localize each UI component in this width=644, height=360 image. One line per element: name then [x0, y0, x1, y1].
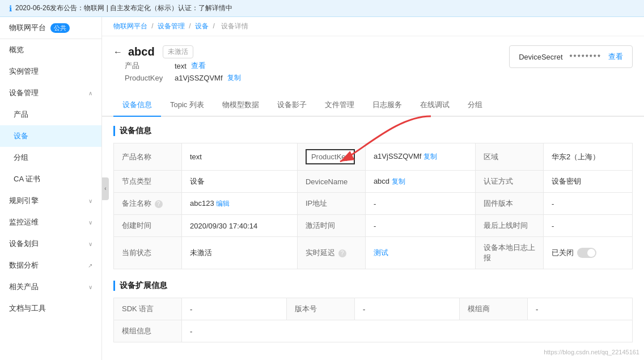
- table-row: 当前状态 未激活 实时延迟 ? 测试 设备本地日志上报 已关闭: [114, 237, 633, 269]
- table-row: 节点类型 设备 DeviceName abcd 复制 认证方式 设备密钥: [114, 171, 633, 193]
- sidebar-item-label: 规则引擎: [9, 196, 39, 206]
- breadcrumb-sep: /: [213, 22, 217, 30]
- tab-thing-model[interactable]: 物模型数据: [213, 94, 268, 117]
- tab-device-shadow[interactable]: 设备影子: [268, 94, 316, 117]
- sidebar-item-label: 设备管理: [9, 88, 39, 98]
- cell-activate-time-value: -: [365, 215, 475, 237]
- cell-product-name-value: text: [182, 143, 298, 171]
- cell-auth-value: 设备密钥: [543, 171, 632, 193]
- page-title-row: ← abcd 未激活: [113, 45, 252, 58]
- cell-region-label: 区域: [475, 143, 543, 171]
- cell-status-label: 当前状态: [114, 237, 182, 269]
- tab-topic-list[interactable]: Topic 列表: [161, 94, 213, 117]
- sidebar-item-label: 数据分析: [9, 260, 39, 270]
- external-link-icon: ↗: [88, 262, 92, 269]
- tab-online-debug[interactable]: 在线调试: [411, 94, 459, 117]
- table-row: 备注名称 ? abc123 编辑 IP地址 - 固件版本 -: [114, 193, 633, 215]
- breadcrumb-device-mgmt[interactable]: 设备管理: [158, 22, 185, 30]
- cell-vendor-value: -: [528, 298, 633, 320]
- title-section: ← abcd 未激活 产品 text 查看 ProductKey a1VjSSZ…: [113, 45, 252, 90]
- sidebar-item-ca[interactable]: CA 证书: [0, 168, 101, 190]
- cell-firmware-value: -: [543, 193, 632, 215]
- breadcrumb-device[interactable]: 设备: [195, 22, 209, 30]
- sidebar-item-group[interactable]: 分组: [0, 147, 101, 168]
- sidebar-item-overview[interactable]: 概览: [0, 39, 101, 61]
- local-log-toggle: 已关闭: [552, 248, 596, 258]
- productkey-value: a1VjSSZQVMf: [175, 74, 223, 82]
- sidebar-item-device-mgmt[interactable]: 设备管理 ∧: [0, 82, 101, 104]
- cell-product-name-label: 产品名称: [114, 143, 182, 171]
- sidebar-item-data-analysis[interactable]: 数据分析 ↗: [0, 255, 101, 276]
- toggle-label: 已关闭: [552, 248, 574, 258]
- tab-file-mgmt[interactable]: 文件管理: [316, 94, 363, 117]
- cell-auth-label: 认证方式: [475, 171, 543, 193]
- device-secret-view-link[interactable]: 查看: [608, 52, 623, 62]
- sidebar-collapse-handle[interactable]: ‹: [102, 177, 109, 200]
- device-ext-section-title: 设备扩展信息: [113, 281, 633, 291]
- sidebar-item-label: 设备: [14, 131, 28, 141]
- sidebar-item-monitor[interactable]: 监控运维 ∨: [0, 211, 101, 233]
- copy-devicename-link[interactable]: 复制: [392, 177, 405, 185]
- breadcrumb-platform[interactable]: 物联网平台: [113, 22, 147, 30]
- chevron-down-icon: ∨: [88, 284, 92, 290]
- breadcrumb-current: 设备详情: [221, 22, 248, 30]
- chevron-down-icon: ∨: [88, 241, 92, 247]
- cell-status-value: 未激活: [182, 237, 298, 269]
- sidebar-item-related[interactable]: 相关产品 ∨: [0, 276, 101, 298]
- edit-remark-link[interactable]: 编辑: [216, 200, 230, 207]
- sidebar-item-docs[interactable]: 文档与工具: [0, 298, 101, 319]
- cell-version-value: -: [355, 298, 460, 320]
- sidebar-item-label: CA 证书: [14, 174, 40, 184]
- notification-text: 2020-06-26发布公告：物联网 | 自主发布定化（标示）认证：了解详情中: [15, 3, 232, 13]
- help-icon-latency[interactable]: ?: [338, 249, 346, 257]
- tab-group[interactable]: 分组: [459, 94, 492, 117]
- sidebar-item-label: 实例管理: [9, 66, 39, 77]
- device-info-table: 产品名称 text ProductKey a1VjSSZQVMf 复制 区域 华…: [113, 143, 633, 269]
- sidebar-item-rules[interactable]: 规则引擎 ∨: [0, 190, 101, 211]
- cell-local-log-label: 设备本地日志上报: [475, 237, 543, 269]
- cell-devicename-value: abcd 复制: [365, 171, 475, 193]
- sidebar-item-label: 分组: [14, 153, 28, 163]
- page-title: abcd: [128, 45, 155, 58]
- platform-badge: 公共: [50, 23, 70, 33]
- product-view-link[interactable]: 查看: [191, 61, 206, 71]
- device-secret-label: DeviceSecret: [519, 53, 562, 61]
- copy-productkey-link[interactable]: 复制: [227, 73, 241, 83]
- cell-latency-value: 测试: [365, 237, 475, 269]
- table-row: 产品名称 text ProductKey a1VjSSZQVMf 复制 区域 华…: [114, 143, 633, 171]
- sidebar-item-label: 概览: [9, 45, 24, 55]
- cell-devicename-label: DeviceName: [297, 171, 365, 193]
- cell-version-label: 版本号: [287, 298, 355, 320]
- breadcrumb-sep: /: [189, 22, 193, 30]
- cell-sdk-value: -: [182, 298, 287, 320]
- sidebar-item-device-assign[interactable]: 设备划归 ∨: [0, 233, 101, 255]
- cell-sdk-label: SDK 语言: [114, 298, 182, 320]
- sidebar: 物联网平台 公共 概览 实例管理 设备管理 ∧ 产品 设备 分组 CA 证书 规…: [0, 17, 102, 360]
- tab-device-info[interactable]: 设备信息: [113, 94, 161, 117]
- cell-module-info-label: 模组信息: [114, 320, 182, 342]
- breadcrumb-sep: /: [151, 22, 155, 30]
- copy-link[interactable]: 复制: [423, 153, 437, 160]
- info-icon: ℹ: [9, 4, 12, 13]
- sidebar-header: 物联网平台 公共: [0, 17, 101, 39]
- table-row: SDK 语言 - 版本号 - 模组商 -: [114, 298, 633, 320]
- tabs: 设备信息 Topic 列表 物模型数据 设备影子 文件管理 日志服务 在线调试 …: [102, 94, 644, 117]
- cell-last-online-value: -: [543, 215, 632, 237]
- test-latency-link[interactable]: 测试: [374, 248, 388, 257]
- back-button[interactable]: ←: [113, 47, 122, 57]
- sidebar-item-label: 设备划归: [9, 239, 39, 249]
- device-secret-masked: ********: [570, 53, 601, 61]
- page-header: ← abcd 未激活 产品 text 查看 ProductKey a1VjSSZ…: [102, 36, 644, 94]
- table-row: 创建时间 2020/09/30 17:40:14 激活时间 - 最后上线时间 -: [114, 215, 633, 237]
- sidebar-item-label: 文档与工具: [9, 303, 46, 314]
- tab-log-service[interactable]: 日志服务: [363, 94, 411, 117]
- sidebar-item-product[interactable]: 产品: [0, 104, 101, 125]
- help-icon[interactable]: ?: [155, 200, 163, 208]
- toggle-switch[interactable]: [577, 248, 596, 258]
- sidebar-item-instance[interactable]: 实例管理: [0, 61, 101, 82]
- table-row: 模组信息 -: [114, 320, 633, 342]
- sidebar-item-device[interactable]: 设备: [0, 125, 101, 147]
- cell-create-time-value: 2020/09/30 17:40:14: [182, 215, 298, 237]
- main-content: 物联网平台 / 设备管理 / 设备 / 设备详情 ← abcd 未激活 产品: [102, 17, 644, 360]
- device-info-section-title: 设备信息: [113, 126, 633, 136]
